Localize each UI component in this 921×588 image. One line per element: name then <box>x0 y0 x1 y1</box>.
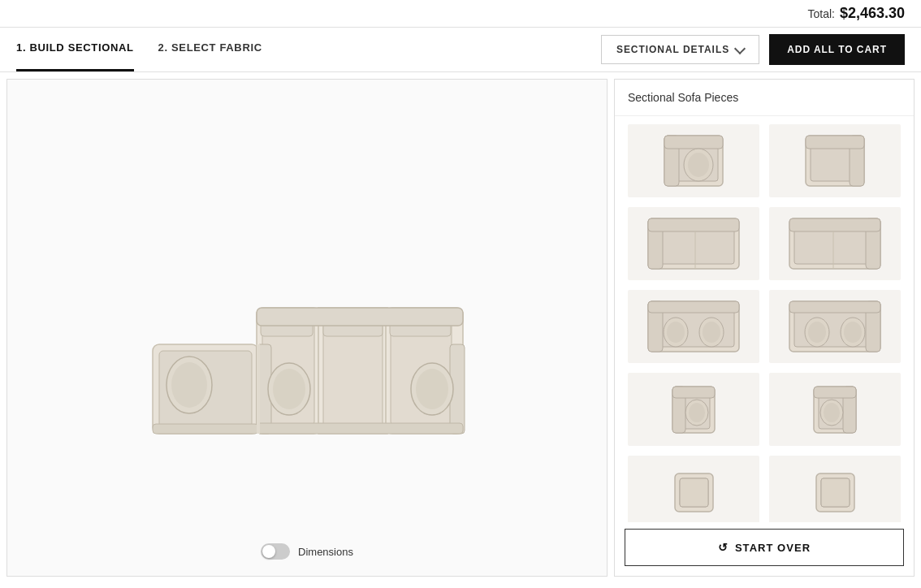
sectional-details-button[interactable]: SECTIONAL DETAILS <box>601 35 759 64</box>
piece-arm-right-icon <box>802 132 867 189</box>
piece-sofa-2-left[interactable] <box>628 207 759 280</box>
dimensions-label: Dimensions <box>298 546 353 558</box>
top-bar: Total: $2,463.30 <box>0 0 921 28</box>
svg-point-64 <box>689 403 705 422</box>
refresh-icon: ↺ <box>718 541 729 554</box>
svg-rect-68 <box>814 387 856 398</box>
svg-rect-46 <box>648 301 739 313</box>
piece-sofa-2-right-icon <box>786 215 884 272</box>
piece-sofa-pillow-left[interactable] <box>628 290 759 363</box>
toggle-knob <box>262 545 275 558</box>
piece-ottoman-right-icon <box>813 470 858 515</box>
svg-rect-26 <box>664 136 723 149</box>
piece-ottoman-left[interactable] <box>628 456 759 522</box>
svg-point-3 <box>171 362 207 408</box>
piece-sofa-pillow-right-icon <box>786 298 884 355</box>
canvas-area: Dimensions <box>6 79 608 577</box>
piece-arm-right[interactable] <box>769 124 901 197</box>
svg-rect-20 <box>257 423 463 434</box>
svg-rect-62 <box>672 387 715 398</box>
svg-point-18 <box>416 369 448 409</box>
svg-rect-21 <box>153 424 258 434</box>
tab-build-sectional[interactable]: 1. BUILD SECTIONAL <box>16 28 134 71</box>
piece-ottoman-left-icon <box>672 470 716 515</box>
nav-bar: 1. BUILD SECTIONAL 2. SELECT FABRIC SECT… <box>0 28 921 72</box>
main-content: Dimensions Sectional Sofa Pieces <box>0 72 921 583</box>
right-panel: Sectional Sofa Pieces <box>614 79 915 577</box>
total-label: Total: <box>807 7 834 20</box>
chevron-down-icon <box>734 42 746 54</box>
pieces-grid <box>615 116 914 522</box>
sofa-svg <box>112 210 502 446</box>
piece-sofa-2-left-icon <box>645 215 742 272</box>
svg-rect-36 <box>648 218 739 231</box>
piece-arm-small-left-icon <box>669 383 718 436</box>
panel-header: Sectional Sofa Pieces <box>615 80 914 116</box>
piece-corner-left-icon <box>661 132 726 189</box>
svg-rect-22 <box>257 344 260 434</box>
piece-arm-small-left[interactable] <box>628 373 759 446</box>
piece-sofa-pillow-left-icon <box>645 298 742 355</box>
svg-point-28 <box>688 153 709 177</box>
svg-rect-41 <box>789 218 880 231</box>
svg-rect-32 <box>806 136 864 149</box>
svg-point-48 <box>667 322 685 343</box>
nav-actions: SECTIONAL DETAILS ADD ALL TO CART <box>601 34 905 65</box>
piece-arm-small-right-icon <box>811 383 859 436</box>
add-all-to-cart-button[interactable]: ADD ALL TO CART <box>769 34 905 65</box>
start-over-button[interactable]: ↺ START OVER <box>625 529 904 566</box>
dimensions-toggle: Dimensions <box>261 543 353 560</box>
svg-rect-73 <box>680 478 708 507</box>
svg-point-58 <box>844 322 862 343</box>
sofa-preview <box>7 80 607 576</box>
svg-point-70 <box>824 403 840 422</box>
total-price: $2,463.30 <box>840 5 905 22</box>
svg-rect-54 <box>789 301 880 313</box>
svg-point-50 <box>703 322 720 343</box>
piece-sofa-2-right[interactable] <box>769 207 901 280</box>
svg-point-9 <box>273 369 305 409</box>
svg-rect-76 <box>821 478 850 507</box>
piece-ottoman-right[interactable] <box>769 456 901 522</box>
nav-tabs: 1. BUILD SECTIONAL 2. SELECT FABRIC <box>16 28 262 71</box>
tab-select-fabric[interactable]: 2. SELECT FABRIC <box>158 28 262 71</box>
piece-sofa-pillow-right[interactable] <box>769 290 901 363</box>
piece-corner-left[interactable] <box>628 124 759 197</box>
dimensions-toggle-switch[interactable] <box>261 543 290 560</box>
svg-point-56 <box>808 322 826 343</box>
piece-arm-small-right[interactable] <box>769 373 901 446</box>
svg-rect-19 <box>257 308 463 326</box>
